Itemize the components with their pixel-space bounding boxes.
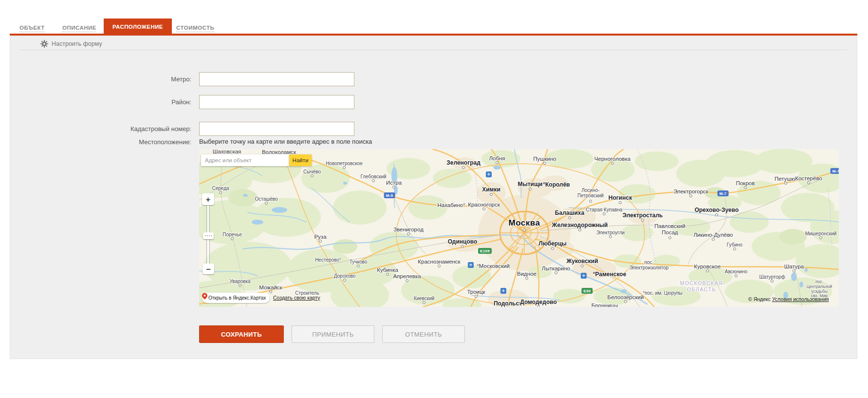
map-city-label: Петушки [775,176,797,182]
form-panel: Настроить форму Метро: Район: Кадастровы… [10,36,857,359]
map-city-dot [771,280,774,283]
toolbar-separator [20,50,847,50]
map-city-dot [554,271,557,274]
map-canvas[interactable]: ШаховскаяВолоколамскСередаОсташёвоПоречь… [199,149,839,307]
apply-button[interactable]: ПРИМЕНИТЬ [292,325,374,343]
map-city-dot [715,213,718,216]
map-city-label: °Московский [477,263,510,269]
map-city-label: Поречье [222,232,242,237]
map-city-label: Балашиха [555,210,584,216]
map-city-dot [733,247,736,250]
map-city-dot [523,228,526,231]
map-city-dot [744,186,747,189]
tab-location[interactable]: РАСПОЛОЖЕНИЕ [104,19,172,36]
map-city-dot [496,161,499,164]
map-city-label: Черноголовка [594,156,630,162]
road-badge: Е30 [581,288,592,294]
map-city-label: Одинцово [448,239,478,245]
map-city-dot [239,284,241,287]
map-city-dot [581,265,584,267]
road-badge: М-9 [384,192,395,198]
cancel-button[interactable]: ОТМЕНИТЬ [382,325,465,343]
map-city-label: Краснознаменск [418,259,460,265]
map-city-label: Лыткарино [542,265,570,272]
map-address-search-input[interactable] [201,154,289,166]
configure-form-label: Настроить форму [52,40,102,47]
map-city-label: Люберцы [538,241,567,247]
create-own-map-link[interactable]: Создать свою карту [273,295,320,301]
map-city-label: Электроугли [596,230,625,235]
map-city-label: Старая Купавна [586,207,623,212]
map-city-dot [231,237,234,240]
map-city-dot [438,265,441,267]
metro-label: Метро: [10,72,191,86]
map-city-dot [807,181,810,184]
map-city-dot [265,202,268,205]
tab-description[interactable]: ОПИСАНИЕ [62,25,96,32]
location-hint: Выберите точку на карте или введите адре… [199,138,372,145]
map-city-label: Железнодорожный [552,222,608,228]
gear-icon [40,40,48,48]
map-city-dot [462,166,465,169]
map-city-dot [372,179,375,182]
map-zoom-out-button[interactable]: − [203,264,214,274]
configure-form-button[interactable]: Настроить форму [40,39,102,48]
map-city-label: Сычёво [303,169,321,174]
terms-of-use-link[interactable]: Условия использования [772,296,829,302]
map-city-dot [641,219,644,222]
map-city-dot [578,228,581,231]
tab-price[interactable]: СТОИМОСТЬ [176,25,214,32]
map-city-dot [407,232,410,235]
map-city-label: Шатурторф [759,274,785,280]
map-city-dot [611,162,614,165]
map-city-label: °Королёв [543,182,570,188]
map-city-label: Электрогорск [673,189,708,195]
map-city-dot [386,273,389,276]
map-city-label: Павловский Посад [654,223,685,235]
road-badge: М-7 [718,190,729,196]
open-in-yandex-maps-link[interactable]: Открыть в Яндекс.Картах [202,293,270,303]
map-find-button[interactable]: Найти [289,154,312,166]
map-city-dot [706,269,709,272]
map-city-dot [490,193,493,196]
metro-input[interactable] [199,72,354,86]
map-city-label: Химки [482,187,500,193]
save-button[interactable]: СОХРАНИТЬ [199,325,284,343]
map-city-label: Ногинск [609,195,632,201]
map-city-dot [589,200,592,203]
map-city-dot [568,216,571,219]
map-zoom-in-button[interactable]: + [202,193,214,205]
map-city-label: Мытищи [518,181,543,188]
map-city-dot [543,162,546,165]
airport-icon: ✈ [500,288,506,294]
map-city-dot [603,212,606,215]
district-input[interactable] [199,95,354,109]
map-city-label: Новопетровское [326,161,363,166]
airport-icon: ✈ [468,262,474,268]
map-city-dot [668,236,671,239]
map-city-label: °Раменское [593,271,627,278]
map-city-label: Видное [517,271,536,277]
map-city-label: Тучково [350,259,368,265]
map-city-label: Домодедово [520,299,557,305]
map-city-label: Нахабино° [437,202,465,208]
map-city-label: Лобня [489,155,505,162]
map-city-label: Шатура [784,264,804,270]
map-city-dot [793,269,795,272]
map-city-label: Москва [509,219,540,228]
map-city-label: Жуковский [566,258,598,265]
tab-object[interactable]: ОБЪЕКТ [19,25,45,32]
map-city-label: Киевский [414,296,435,301]
map-city-label: Руза [314,234,326,240]
map-city-label: °пос. им. Цюрупы [643,290,683,296]
map-city-label: Шаховская [213,149,241,154]
map-city-dot [689,194,692,197]
map-city-dot [525,277,528,280]
cadastral-number-input[interactable] [199,122,354,136]
road-badge: М-7 [831,168,839,174]
map-zoom-slider-handle[interactable] [203,232,214,239]
map-city-dot [475,295,478,298]
map-city-dot [529,188,532,190]
map-city-label: Ликино-Дулёво [693,232,733,238]
map-city-label: Дорохово [334,273,356,279]
